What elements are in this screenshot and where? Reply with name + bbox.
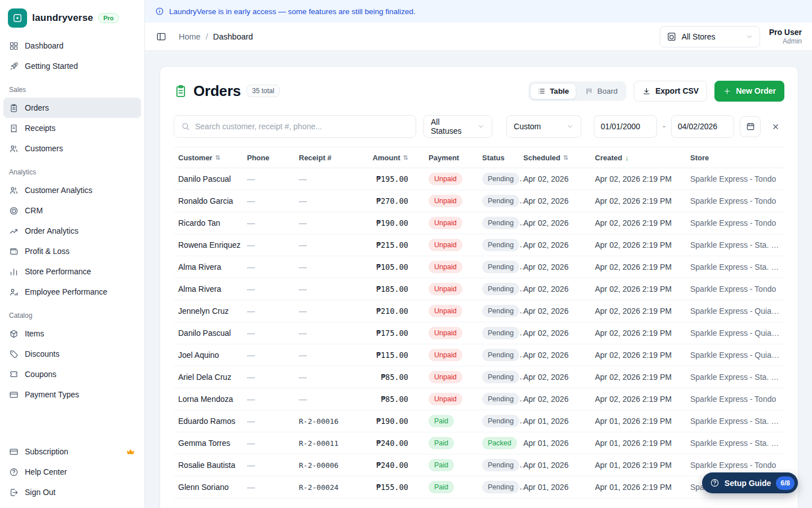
- order-row[interactable]: Joel Aquino——₱115.00UnpaidPendingApr 02,…: [174, 344, 784, 366]
- order-row[interactable]: Ariel Dela Cruz——₱85.00UnpaidPendingApr …: [174, 366, 784, 388]
- order-row[interactable]: Glenn Soriano—R-2-00024₱155.00PaidPendin…: [174, 476, 784, 498]
- cell-amount: ₱185.00: [356, 284, 413, 294]
- order-row[interactable]: Danilo Pascual——₱195.00UnpaidPendingApr …: [174, 168, 784, 190]
- cell-status: Pending: [482, 371, 523, 383]
- date-from-input[interactable]: [594, 115, 657, 138]
- status-badge: Pending: [482, 261, 519, 273]
- orders-table: Customer⇅PhoneReceipt #Amount⇅PaymentSta…: [160, 147, 798, 498]
- cell-customer: Danilo Pascual: [174, 329, 247, 338]
- order-row[interactable]: Rowena Enriquez——₱215.00UnpaidPendingApr…: [174, 234, 784, 256]
- chevron-down-icon: [477, 122, 485, 130]
- sidebar-item-store-performance[interactable]: Store Performance: [3, 261, 141, 282]
- column-header-amount[interactable]: Amount⇅: [356, 154, 413, 162]
- cell-receipt: —: [299, 351, 356, 360]
- cell-created: Apr 01, 2026 2:19 PM: [595, 439, 690, 448]
- date-range-select[interactable]: Custom: [506, 115, 581, 138]
- order-row[interactable]: Jennelyn Cruz——₱210.00UnpaidPendingApr 0…: [174, 300, 784, 322]
- column-header-created[interactable]: Created↓: [595, 154, 690, 162]
- sidebar-item-orders[interactable]: Orders: [3, 98, 141, 118]
- cell-store: Sparkle Express - Quiapo: [690, 329, 784, 338]
- cell-scheduled: Apr 02, 2026: [523, 351, 595, 360]
- cell-scheduled: Apr 02, 2026: [523, 284, 595, 294]
- clear-filters-button[interactable]: [766, 117, 784, 135]
- orders-card-header: Orders 35 total Table Board: [160, 67, 798, 103]
- user-block[interactable]: Pro User Admin: [769, 27, 802, 46]
- cell-phone: —: [247, 351, 299, 360]
- order-row[interactable]: Alma Rivera——₱185.00UnpaidPendingApr 02,…: [174, 278, 784, 300]
- cell-scheduled: Apr 02, 2026: [523, 306, 595, 316]
- sidebar-item-profit-loss[interactable]: Profit & Loss: [3, 241, 141, 261]
- cell-payment: Unpaid: [413, 371, 482, 383]
- sidebar-item-coupons[interactable]: Coupons: [3, 364, 141, 384]
- view-toggle-table[interactable]: Table: [530, 83, 576, 99]
- payment-badge: Unpaid: [429, 261, 462, 273]
- calendar-button[interactable]: [740, 116, 761, 137]
- brand[interactable]: laundryverse Pro: [0, 0, 144, 36]
- sidebar-item-employee-performance[interactable]: Employee Performance: [3, 282, 141, 302]
- sidebar-item-discounts[interactable]: Discounts: [3, 344, 141, 364]
- date-to-input[interactable]: [671, 115, 734, 138]
- order-row[interactable]: Eduardo Ramos—R-2-00016₱190.00PaidPendin…: [174, 410, 784, 432]
- sidebar-item-customer-analytics[interactable]: Customer Analytics: [3, 180, 141, 200]
- status-badge: Pending: [482, 459, 519, 471]
- sort-icon: ⇅: [403, 154, 408, 161]
- sidebar-item-customers[interactable]: Customers: [3, 138, 141, 159]
- sidebar-item-payment-types[interactable]: Payment Types: [3, 384, 141, 405]
- sidebar-item-crm[interactable]: CRM: [3, 200, 141, 221]
- search-input[interactable]: [195, 122, 409, 131]
- setup-guide-button[interactable]: Setup Guide 6/8: [702, 472, 798, 493]
- bar-chart-icon: [9, 267, 19, 277]
- cell-store: Sparkle Express - Sta. Cruz: [690, 373, 784, 382]
- cell-phone: —: [247, 329, 299, 338]
- breadcrumb-home-link[interactable]: Home: [179, 32, 201, 41]
- orders-table-body: Danilo Pascual——₱195.00UnpaidPendingApr …: [174, 168, 784, 498]
- cell-status: Pending: [482, 261, 523, 273]
- employee-icon: [9, 287, 19, 297]
- export-csv-button[interactable]: Export CSV: [634, 81, 707, 102]
- sidebar-item-sign-out[interactable]: Sign Out: [3, 482, 141, 502]
- column-header-scheduled[interactable]: Scheduled⇅: [523, 154, 595, 162]
- washer-logo-icon: [12, 12, 23, 24]
- new-order-button[interactable]: New Order: [714, 81, 784, 102]
- sidebar-item-dashboard[interactable]: Dashboard: [3, 36, 141, 56]
- sidebar-item-order-analytics[interactable]: Order Analytics: [3, 221, 141, 241]
- cell-customer: Ariel Dela Cruz: [174, 373, 247, 382]
- order-row[interactable]: Danilo Pascual——₱175.00UnpaidPendingApr …: [174, 322, 784, 344]
- cell-scheduled: Apr 01, 2026: [523, 439, 595, 448]
- store-selector[interactable]: All Stores: [660, 26, 760, 47]
- breadcrumb-separator: /: [206, 32, 208, 41]
- brand-name: laundryverse: [32, 12, 93, 24]
- sidebar-item-help-center[interactable]: Help Center: [3, 462, 141, 482]
- order-row[interactable]: Gemma Torres—R-2-00011₱240.00PaidPackedA…: [174, 432, 784, 454]
- order-row[interactable]: Alma Rivera——₱105.00UnpaidPendingApr 02,…: [174, 256, 784, 278]
- sidebar-section-label-analytics: Analytics: [0, 159, 144, 180]
- order-row[interactable]: Ricardo Tan——₱190.00UnpaidPendingApr 02,…: [174, 212, 784, 234]
- status-filter-select[interactable]: All Statuses: [423, 115, 492, 138]
- early-access-banner: LaundryVerse is in early access — some f…: [145, 0, 812, 23]
- sidebar-item-label: Order Analytics: [25, 226, 78, 235]
- sidebar-toggle-button[interactable]: [152, 27, 171, 46]
- payment-badge: Unpaid: [429, 283, 462, 295]
- view-toggle-board[interactable]: Board: [577, 83, 625, 99]
- cell-customer: Rosalie Bautista: [174, 461, 247, 470]
- cell-customer: Eduardo Ramos: [174, 417, 247, 426]
- column-header-customer[interactable]: Customer⇅: [174, 154, 247, 162]
- order-row[interactable]: Rosalie Bautista—R-2-00006₱240.00PaidPen…: [174, 454, 784, 476]
- cell-receipt: R-2-00024: [299, 483, 356, 492]
- sidebar-item-getting-started[interactable]: Getting Started: [3, 56, 141, 76]
- cell-phone: —: [247, 483, 299, 492]
- cell-amount: ₱175.00: [356, 329, 413, 338]
- order-row[interactable]: Ronaldo Garcia——₱270.00UnpaidPendingApr …: [174, 190, 784, 212]
- target-icon: [9, 206, 19, 216]
- cell-phone: —: [247, 373, 299, 382]
- sidebar-item-items[interactable]: Items: [3, 323, 141, 344]
- sidebar-item-receipts[interactable]: Receipts: [3, 118, 141, 138]
- cell-created: Apr 02, 2026 2:19 PM: [595, 174, 690, 183]
- sidebar-item-label: Items: [25, 329, 44, 338]
- sidebar-item-subscription[interactable]: Subscription: [3, 441, 141, 462]
- cell-status: Pending: [482, 173, 523, 185]
- payment-badge: Paid: [429, 415, 454, 427]
- cell-receipt: R-2-00006: [299, 461, 356, 470]
- download-icon: [642, 87, 651, 95]
- order-row[interactable]: Lorna Mendoza——₱85.00UnpaidPendingApr 02…: [174, 388, 784, 410]
